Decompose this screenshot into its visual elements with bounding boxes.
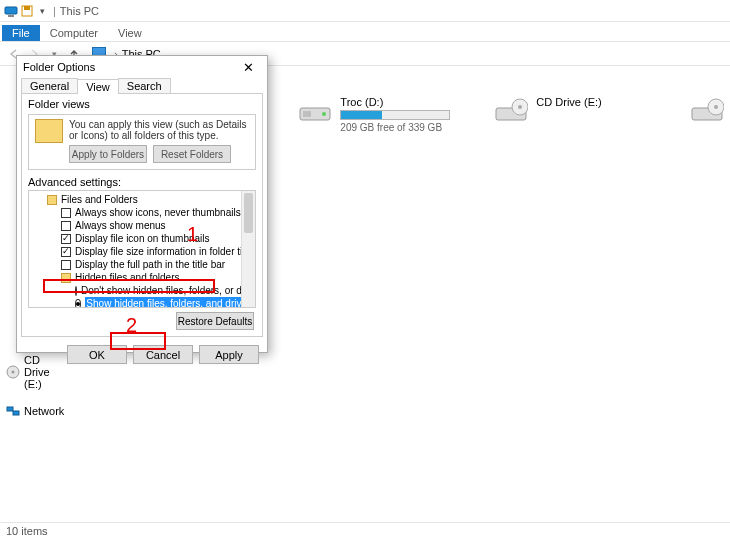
dialog-tabs: General View Search — [17, 78, 267, 93]
svg-point-13 — [518, 105, 522, 109]
tab-file[interactable]: File — [2, 25, 40, 41]
dialog-actions: OK Cancel Apply — [17, 341, 267, 368]
network-icon — [6, 404, 20, 418]
advanced-settings-label: Advanced settings: — [28, 176, 256, 188]
folder-views-icon — [35, 119, 63, 143]
tab-general[interactable]: General — [21, 78, 78, 93]
opt-always-icons[interactable]: Always show icons, never thumbnails — [31, 206, 253, 219]
opt-dont-show-hidden[interactable]: Don't show hidden files, folders, or dri… — [31, 284, 253, 297]
titlebar-title: This PC — [60, 5, 99, 17]
svg-rect-3 — [24, 6, 30, 10]
pc-small-icon — [4, 4, 18, 18]
restore-defaults-button[interactable]: Restore Defaults — [176, 312, 254, 330]
svg-point-16 — [714, 105, 718, 109]
advanced-settings-tree[interactable]: Files and Folders Always show icons, nev… — [29, 191, 255, 308]
cancel-button[interactable]: Cancel — [133, 345, 193, 364]
svg-rect-9 — [303, 111, 311, 117]
annotation-label-1: 1 — [187, 223, 198, 246]
svg-point-5 — [12, 371, 15, 374]
opt-show-hidden[interactable]: Show hidden files, folders, and drives — [31, 297, 253, 308]
titlebar: ▾ | This PC — [0, 0, 730, 22]
annotation-label-2: 2 — [126, 314, 137, 337]
dvd-drive-icon — [690, 96, 724, 124]
group-legend: Folder views — [28, 98, 90, 110]
reset-folders-button[interactable]: Reset Folders — [153, 145, 231, 163]
apply-button[interactable]: Apply — [199, 345, 259, 364]
tree-root: Files and Folders — [31, 193, 253, 206]
apply-to-folders-button[interactable]: Apply to Folders — [69, 145, 147, 163]
svg-rect-6 — [7, 407, 13, 411]
drive-name: CD Drive (E:) — [536, 96, 644, 108]
folder-views-group: Folder views You can apply this view (su… — [28, 98, 256, 170]
drive-troc[interactable]: Troc (D:) 209 GB free of 339 GB — [298, 96, 448, 133]
cd-drive-icon — [494, 96, 528, 124]
opt-file-icon-thumbs[interactable]: ✓Display file icon on thumbnails — [31, 232, 253, 245]
opt-hidden-group: Hidden files and folders — [31, 271, 253, 284]
close-icon[interactable]: ✕ — [235, 60, 261, 75]
drive-dvdrw[interactable]: DVD RW Drive (G:) — [690, 96, 730, 133]
drive-name: Troc (D:) — [340, 96, 450, 108]
hdd-icon — [298, 96, 332, 124]
tree-scrollbar[interactable] — [241, 191, 255, 307]
advanced-settings-box: Files and Folders Always show icons, nev… — [28, 190, 256, 308]
drive-usage-bar — [340, 110, 450, 120]
dialog-title: Folder Options — [23, 61, 95, 73]
opt-full-path-title[interactable]: Display the full path in the title bar — [31, 258, 253, 271]
titlebar-sep: | — [53, 5, 56, 17]
save-small-icon[interactable] — [20, 4, 34, 18]
status-bar: 10 items — [0, 522, 730, 540]
opt-file-size-tips[interactable]: ✓Display file size information in folder… — [31, 245, 253, 258]
svg-rect-0 — [5, 7, 17, 14]
folder-views-text: You can apply this view (such as Details… — [69, 119, 249, 141]
folder-options-dialog: Folder Options ✕ General View Search Fol… — [16, 55, 268, 353]
drive-cddrive[interactable]: CD Drive (E:) — [494, 96, 644, 133]
folder-views-box: You can apply this view (such as Details… — [28, 114, 256, 170]
tab-view[interactable]: View — [108, 25, 152, 41]
opt-always-menus[interactable]: Always show menus — [31, 219, 253, 232]
dropdown-chevron-icon[interactable]: ▾ — [40, 6, 45, 16]
sidebar-item-network[interactable]: Network — [6, 404, 64, 418]
tab-computer[interactable]: Computer — [40, 25, 108, 41]
svg-rect-7 — [13, 411, 19, 415]
tab-view[interactable]: View — [77, 79, 119, 94]
ok-button[interactable]: OK — [67, 345, 127, 364]
dialog-body: Folder views You can apply this view (su… — [21, 93, 263, 337]
ribbon-tabs: File Computer View — [0, 22, 730, 42]
dialog-titlebar: Folder Options ✕ — [17, 56, 267, 78]
tab-search[interactable]: Search — [118, 78, 171, 93]
svg-rect-1 — [8, 15, 14, 17]
svg-point-10 — [322, 112, 326, 116]
scrollbar-thumb[interactable] — [244, 193, 253, 233]
drive-sub: 209 GB free of 339 GB — [340, 122, 450, 133]
sidebar-item-label: Network — [24, 405, 64, 417]
drives-row: Troc (D:) 209 GB free of 339 GB CD Drive… — [298, 96, 730, 133]
status-text: 10 items — [6, 525, 48, 537]
